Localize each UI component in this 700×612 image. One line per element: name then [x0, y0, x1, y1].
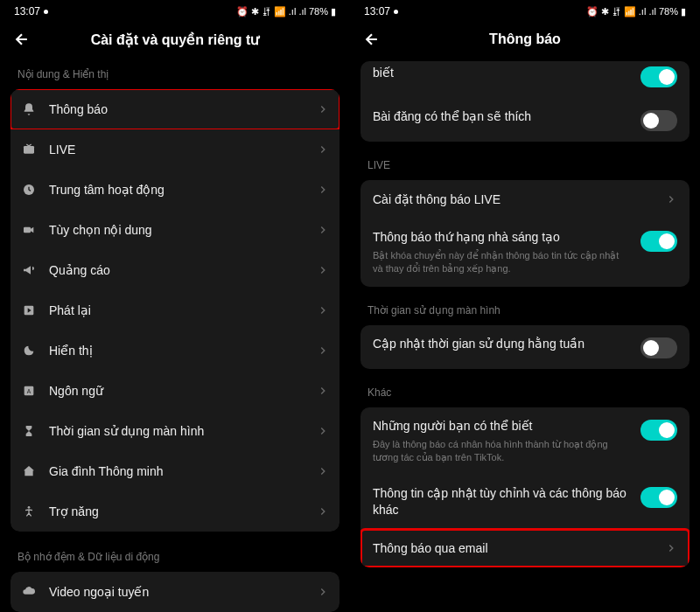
megaphone-icon — [21, 262, 37, 278]
section-label-other: Khác — [360, 379, 690, 407]
chevron-right-icon — [317, 143, 329, 156]
play-icon — [21, 303, 37, 318]
toggle-label: biết — [373, 65, 630, 81]
hourglass-icon — [21, 423, 37, 439]
card-other: Những người bạn có thể biết Đây là thông… — [360, 407, 690, 567]
toggle-row-creator-rank: Thông báo thứ hạng nhà sáng tạo Bật khóa… — [360, 219, 690, 287]
status-battery: 78% — [309, 6, 328, 17]
svg-point-6 — [28, 506, 31, 509]
settings-item-live[interactable]: LIVE — [10, 129, 340, 170]
svg-text:A: A — [27, 388, 32, 394]
page-title: Cài đặt và quyền riêng tư — [12, 31, 338, 48]
item-label: LIVE — [49, 143, 304, 156]
page-title: Thông báo — [362, 31, 688, 47]
chevron-right-icon — [317, 103, 329, 115]
chevron-right-icon — [665, 542, 677, 554]
toggle-people-know[interactable] — [640, 420, 677, 441]
section-label-screentime: Thời gian sử dụng màn hình — [360, 297, 690, 325]
nav-live-settings[interactable]: Cài đặt thông báo LIVE — [360, 180, 690, 219]
toggle-row-custom-updates: Thông tin cập nhật tùy chỉnh và các thôn… — [360, 475, 690, 529]
chevron-right-icon — [317, 385, 329, 397]
accessibility-icon — [21, 504, 37, 519]
item-label: Tùy chọn nội dung — [49, 223, 304, 237]
item-label: Video ngoại tuyến — [49, 585, 304, 599]
chevron-right-icon — [317, 505, 329, 518]
status-icons: ⏰ ✱ ⭿ 📶 .ıl .ıl 78% ▮ — [586, 6, 686, 17]
toggle-creator-rank[interactable] — [640, 231, 677, 252]
settings-item-accessibility[interactable]: Trợ năng — [10, 491, 340, 532]
cloud-icon — [21, 584, 37, 600]
item-label: Trợ năng — [49, 504, 304, 518]
item-label: Ngôn ngữ — [49, 384, 304, 398]
phone-right-notifications: 13:07 ⏰ ✱ ⭿ 📶 .ıl .ıl 78% ▮ Thông báo bi… — [350, 0, 700, 612]
status-bar: 13:07 ⏰ ✱ ⭿ 📶 .ıl .ıl 78% ▮ — [350, 0, 700, 21]
item-label: Trung tâm hoạt động — [49, 183, 304, 197]
phone-left-settings: 13:07 ⏰ ✱ ⭿ 📶 .ıl .ıl 78% ▮ Cài đặt và q… — [0, 0, 350, 612]
status-time: 13:07 — [14, 5, 40, 17]
status-time: 13:07 — [364, 5, 390, 17]
toggle-row-posts-like: Bài đăng có thể bạn sẽ thích — [360, 98, 690, 142]
status-notification-dot — [394, 10, 398, 14]
status-icons: ⏰ ✱ ⭿ 📶 .ıl .ıl 78% ▮ — [236, 6, 336, 17]
settings-scroll[interactable]: Nội dung & Hiển thị Thông báo — [0, 61, 350, 612]
chevron-right-icon — [317, 425, 329, 437]
settings-item-offline[interactable]: Video ngoại tuyến — [10, 572, 340, 612]
toggle-label: Bài đăng có thể bạn sẽ thích — [373, 108, 630, 125]
settings-item-content[interactable]: Tùy chọn nội dung — [10, 210, 340, 250]
toggle-desc: Đây là thông báo cá nhân hóa hình thành … — [373, 438, 630, 465]
bell-icon — [21, 101, 37, 117]
nav-email-notif[interactable]: Thông báo qua email — [360, 529, 690, 567]
item-label: Hiển thị — [49, 344, 304, 358]
nav-label: Thông báo qua email — [373, 541, 654, 555]
toggle-partial[interactable] — [640, 66, 677, 87]
chevron-right-icon — [317, 586, 329, 598]
toggle-custom-updates[interactable] — [640, 487, 677, 508]
chevron-right-icon — [317, 264, 329, 276]
svg-rect-2 — [24, 227, 31, 233]
toggle-label: Thông tin cập nhật tùy chỉnh và các thôn… — [373, 485, 630, 518]
item-label: Thông báo — [49, 102, 304, 116]
language-icon: A — [21, 383, 37, 399]
nav-label: Cài đặt thông báo LIVE — [373, 192, 654, 206]
settings-item-screentime[interactable]: Thời gian sử dụng màn hình — [10, 411, 340, 451]
chevron-right-icon — [317, 304, 329, 316]
settings-item-family[interactable]: Gia đình Thông minh — [10, 451, 340, 491]
settings-item-language[interactable]: A Ngôn ngữ — [10, 371, 340, 411]
settings-item-playback[interactable]: Phát lại — [10, 290, 340, 330]
card-partial-top: biết Bài đăng có thể bạn sẽ thích — [360, 61, 690, 142]
svg-rect-0 — [24, 146, 34, 154]
status-battery: 78% — [659, 6, 678, 17]
toggle-weekly[interactable] — [640, 337, 677, 358]
card-screentime: Cập nhật thời gian sử dụng hằng tuần — [360, 325, 690, 369]
chevron-right-icon — [317, 184, 329, 196]
header: Thông báo — [350, 21, 700, 61]
item-label: Phát lại — [49, 303, 304, 317]
item-label: Gia đình Thông minh — [49, 464, 304, 478]
settings-item-activity[interactable]: Trung tâm hoạt động — [10, 170, 340, 210]
item-label: Thời gian sử dụng màn hình — [49, 424, 304, 438]
item-label: Quảng cáo — [49, 263, 304, 277]
toggle-label: Những người bạn có thể biết — [373, 418, 630, 435]
settings-item-ads[interactable]: Quảng cáo — [10, 250, 340, 290]
header: Cài đặt và quyền riêng tư — [0, 21, 350, 61]
notifications-scroll[interactable]: biết Bài đăng có thể bạn sẽ thích LIVE C… — [350, 61, 700, 612]
home-icon — [21, 463, 37, 479]
toggle-row-weekly: Cập nhật thời gian sử dụng hằng tuần — [360, 325, 690, 369]
chevron-right-icon — [665, 193, 677, 205]
toggle-label: Thông báo thứ hạng nhà sáng tạo — [373, 229, 630, 246]
card-live: Cài đặt thông báo LIVE Thông báo thứ hạn… — [360, 180, 690, 287]
toggle-desc: Bật khóa chuyển này để nhận thông báo ti… — [373, 249, 630, 276]
toggle-label: Cập nhật thời gian sử dụng hằng tuần — [373, 336, 630, 352]
settings-item-display[interactable]: Hiển thị — [10, 330, 340, 371]
status-bar: 13:07 ⏰ ✱ ⭿ 📶 .ıl .ıl 78% ▮ — [0, 0, 350, 21]
section-label-live: LIVE — [360, 152, 690, 180]
settings-item-notifications[interactable]: Thông báo — [10, 89, 340, 129]
chevron-right-icon — [317, 465, 329, 477]
clock-icon — [21, 182, 37, 198]
chevron-right-icon — [317, 344, 329, 357]
toggle-posts-like[interactable] — [640, 110, 677, 131]
section-label-cache: Bộ nhớ đệm & Dữ liệu di động — [10, 544, 340, 572]
tv-icon — [21, 142, 37, 157]
moon-icon — [21, 343, 37, 358]
toggle-row-people-know: Những người bạn có thể biết Đây là thông… — [360, 407, 690, 476]
